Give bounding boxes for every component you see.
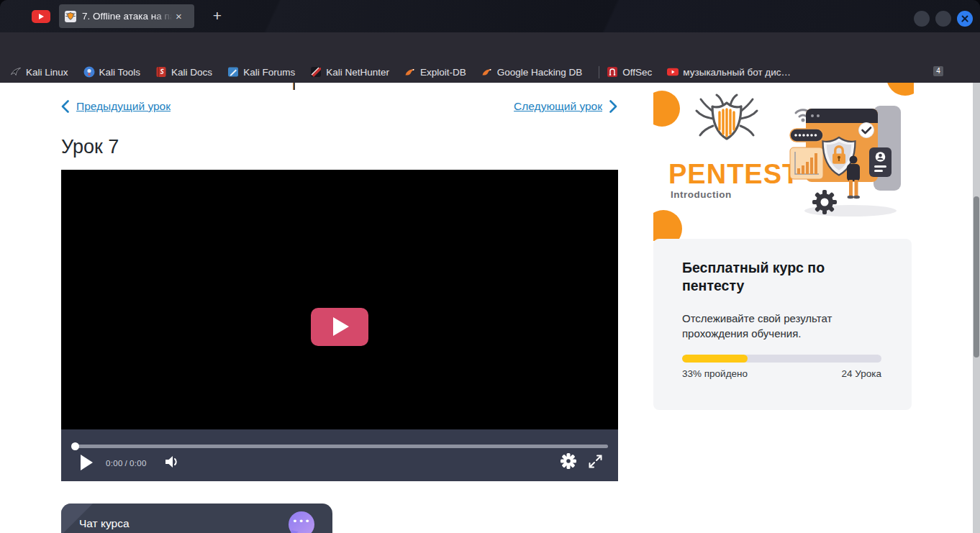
kali-nethunter-icon (310, 66, 322, 78)
bookmark-kali-forums[interactable]: Kali Forums (227, 66, 295, 78)
minimize-button[interactable] (914, 11, 930, 27)
lessons-count-label: 24 Урока (842, 368, 881, 379)
course-card-description: Отслеживайте свой результат прохождения … (682, 311, 884, 341)
bookmark-kali-nethunter[interactable]: Kali NetHunter (310, 66, 389, 78)
next-lesson-label: Следующий урок (514, 100, 602, 113)
lesson-heading: Урок 7 (61, 136, 119, 158)
close-button[interactable] (957, 11, 973, 27)
seek-bar[interactable] (71, 442, 608, 450)
course-progress-card: Бесплатный курс по пентесту Отслеживайте… (653, 239, 912, 410)
bookmark-label: OffSec (622, 67, 652, 78)
play-button[interactable] (81, 455, 93, 470)
volume-icon (165, 455, 181, 469)
duration: 0:00 (130, 459, 147, 468)
active-tab[interactable]: 7. Offline атака на парол × (59, 4, 194, 28)
bookmark-kali-docs[interactable]: Kali Docs (155, 66, 212, 78)
maximize-button[interactable] (935, 11, 951, 27)
chat-title: Чат курса (79, 517, 130, 530)
settings-button[interactable] (561, 453, 576, 472)
kali-dragon-icon (10, 66, 22, 78)
video-screen[interactable] (61, 170, 618, 429)
bookmark-kali-linux[interactable]: Kali Linux (10, 66, 68, 78)
kali-docs-icon (155, 66, 167, 78)
course-progress-bar (682, 355, 881, 363)
bookmark-offsec[interactable]: OffSec (607, 66, 652, 78)
bookmark-label: музыкальный бот дис… (683, 67, 791, 78)
bookmark-music-bot[interactable]: музыкальный бот дис… (667, 66, 791, 78)
course-card-title: Бесплатный курс по пентесту (682, 259, 866, 295)
gear-illustration (812, 190, 837, 214)
chat-bubble-icon[interactable]: ••• (289, 511, 314, 533)
banner-brand: PENTEST (668, 159, 799, 189)
time-separator: / (125, 459, 128, 468)
big-play-button[interactable] (311, 308, 368, 346)
current-time: 0:00 (106, 459, 123, 468)
volume-button[interactable] (165, 455, 181, 472)
next-lesson-link[interactable]: Следующий урок (514, 100, 617, 113)
bookmark-kali-tools[interactable]: Kali Tools (83, 66, 141, 78)
kali-forums-icon (227, 66, 239, 78)
pentest-banner-illustration: PENTEST Introduction (653, 83, 914, 241)
course-progress-stats: 33% пройдено 24 Урока (682, 368, 881, 379)
progress-percent-label: 33% пройдено (682, 368, 748, 379)
gear-icon (561, 453, 576, 469)
extension-badge: 4 (933, 66, 943, 76)
video-player: 0:00/0:00 (61, 170, 618, 481)
bookmark-label: Kali Forums (243, 67, 295, 78)
previous-lesson-link[interactable]: Предыдущий урок (61, 100, 171, 113)
youtube-icon (667, 66, 679, 78)
bookmark-label: Kali NetHunter (326, 67, 389, 78)
bookmark-label: Google Hacking DB (497, 67, 583, 78)
course-banner: PENTEST Introduction (653, 83, 914, 241)
seek-track[interactable] (74, 445, 608, 448)
chevron-right-icon (609, 100, 617, 113)
tab-close-icon[interactable]: × (176, 11, 182, 22)
bookmark-label: Kali Tools (99, 67, 141, 78)
scrollbar-thumb[interactable] (974, 196, 979, 357)
page-content: Предыдущий урок Следующий урок Урок 7 0:… (0, 83, 980, 533)
window-controls (914, 11, 973, 27)
chat-dots: ••• (289, 516, 314, 527)
time-display: 0:00/0:00 (106, 459, 147, 468)
bookmarks-toolbar: Kali Linux Kali Tools Kali Docs Kali F (0, 61, 980, 83)
bookmarks-separator (599, 66, 599, 78)
kali-tools-icon (83, 66, 95, 78)
browser-window: 7. Offline атака на парол × + (0, 0, 980, 533)
new-tab-button[interactable]: + (207, 6, 227, 26)
security-illustration (790, 106, 901, 217)
previous-lesson-label: Предыдущий урок (76, 100, 171, 113)
bookmark-label: Kali Docs (171, 67, 212, 78)
bookmark-exploit-db[interactable]: Exploit-DB (404, 66, 466, 78)
fullscreen-button[interactable] (589, 455, 602, 471)
course-progress-fill (682, 355, 748, 363)
tab-bar: 7. Offline атака на парол × + (0, 0, 980, 32)
exploit-db-bird-icon (404, 66, 416, 78)
bookmark-label: Exploit-DB (420, 67, 466, 78)
seek-knob[interactable] (71, 442, 79, 450)
bookmark-google-hacking-db[interactable]: Google Hacking DB (481, 66, 583, 78)
chevron-left-icon (61, 100, 69, 113)
page-scrollbar[interactable] (973, 83, 980, 533)
offsec-icon (607, 66, 618, 78)
google-hacking-db-bird-icon (481, 66, 493, 78)
spider-shield-logo (697, 95, 757, 139)
partial-scrolled-text (293, 83, 295, 90)
video-controls-bar: 0:00/0:00 (61, 429, 618, 481)
youtube-icon (32, 10, 50, 23)
course-chat-panel[interactable]: Чат курса ••• (61, 504, 332, 533)
pinned-tab-youtube[interactable] (32, 10, 52, 24)
fullscreen-icon (589, 455, 602, 468)
tab-title: 7. Offline атака на парол (82, 11, 174, 22)
navigation-toolbar: https://codeby.school/training/view/urok… (0, 32, 980, 61)
bookmark-label: Kali Linux (26, 67, 68, 78)
codeby-favicon-icon (65, 11, 76, 22)
banner-subtitle: Introduction (671, 189, 732, 200)
